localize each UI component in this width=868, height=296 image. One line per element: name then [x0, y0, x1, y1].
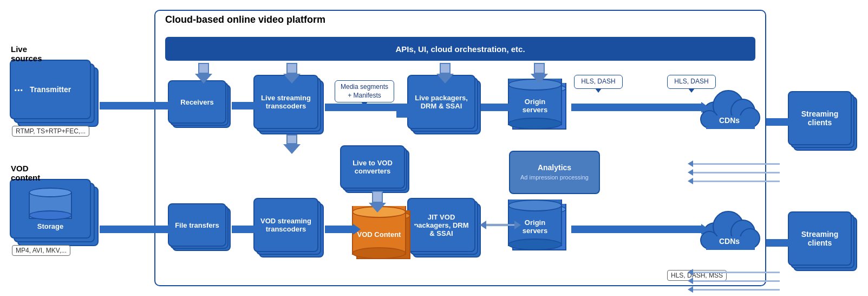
vod-title: VOD content — [11, 164, 40, 182]
storage-label: Storage — [37, 222, 63, 230]
arrow-cdn-streaming-top — [766, 117, 797, 127]
arrow-vod-db-jit — [413, 224, 420, 235]
arrow-livevod-vod — [369, 191, 386, 213]
arrow-bubble-packagers — [396, 108, 416, 119]
arrow-apis-packagers — [436, 63, 454, 83]
arrow-origin-cdn-bottom — [571, 224, 709, 235]
feedback-arrows-bottom — [688, 269, 780, 293]
receivers-label: Receivers — [180, 98, 213, 106]
analytics-title: Analytics — [538, 163, 571, 173]
jit-vod-label: JIT VOD packagers, DRM & SSAI — [413, 213, 470, 237]
svg-text:CDNs: CDNs — [719, 116, 740, 125]
arrow-receivers-transcoders — [232, 100, 262, 111]
arrow-vod-trans-vod-db — [325, 224, 361, 235]
feedback-arrows-top — [688, 160, 780, 184]
arrow-transcoders-livevod — [283, 134, 301, 154]
arrow-origin-cdn-top — [571, 102, 709, 113]
hls-dash-bubble-top: HLS, DASH — [574, 75, 623, 89]
arrow-sources-receivers — [100, 100, 175, 111]
svg-text:CDNs: CDNs — [719, 237, 740, 246]
live-vod-label: Live to VOD converters — [344, 159, 401, 175]
live-protocols: RTMP, TS+RTP+FEC,... — [12, 126, 89, 137]
arrow-apis-receivers — [195, 63, 212, 83]
platform-title: Cloud-based online video platform — [165, 14, 325, 25]
arrow-jit-origin — [480, 221, 521, 229]
hls-dash-bubble-top2: HLS, DASH — [667, 75, 716, 89]
streaming-bottom-label: Streaming clients — [793, 230, 846, 247]
diagram: Cloud-based online video platform APIs, … — [0, 0, 868, 296]
arrow-cdn-streaming-bottom — [766, 237, 797, 248]
live-packagers-label: Live packagers, DRM & SSAI — [413, 94, 470, 110]
analytics-sub: Ad impression processing — [520, 174, 589, 182]
vod-transcoders-label: VOD streaming transcoders — [259, 217, 313, 233]
live-sources-title: Live sources — [11, 44, 42, 63]
arrow-apis-transcoders — [283, 63, 301, 83]
file-transfers-label: File transfers — [175, 221, 219, 229]
arrow-vod-file — [100, 224, 175, 235]
arrow-file-vod-trans — [232, 224, 262, 235]
arrow-packagers-origin — [481, 102, 517, 113]
streaming-top-label: Streaming clients — [793, 110, 846, 127]
analytics-box: Analytics Ad impression processing — [509, 151, 600, 194]
media-segments-bubble: Media segments + Manifests — [335, 80, 394, 102]
live-transcoders-label: Live streaming transcoders — [259, 94, 313, 110]
vod-formats: MP4, AVI, MKV,... — [12, 245, 70, 256]
apis-bar: APIs, UI, cloud orchestration, etc. — [165, 37, 755, 61]
arrow-apis-origin — [531, 63, 548, 83]
transmitter-label: Transmitter — [30, 85, 71, 94]
arrow-vod-trans-jit — [412, 225, 412, 227]
